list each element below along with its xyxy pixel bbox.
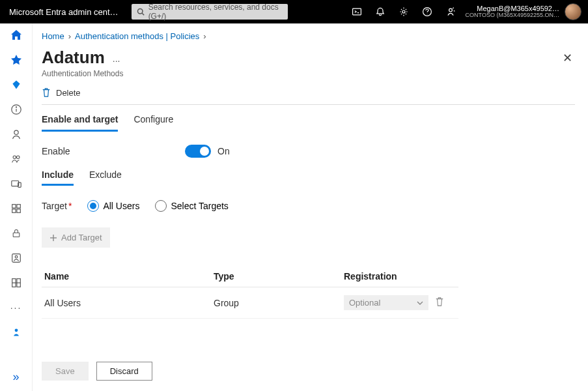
chevron-right-icon: › bbox=[68, 31, 71, 41]
enable-state: On bbox=[217, 146, 230, 156]
svg-point-24 bbox=[14, 328, 18, 332]
add-target-button: Add Target bbox=[42, 227, 110, 248]
settings-icon[interactable] bbox=[398, 6, 410, 18]
svg-point-11 bbox=[16, 156, 20, 159]
radio-select-targets-label: Select Targets bbox=[171, 201, 228, 211]
svg-point-3 bbox=[402, 10, 405, 13]
breadcrumb-path[interactable]: Authentication methods | Policies bbox=[75, 31, 199, 41]
account-email: MeganB@M365x49592… bbox=[466, 5, 559, 12]
account-tenant: CONTOSO (M365X49592255.ON… bbox=[466, 12, 559, 19]
tab-configure[interactable]: Configure bbox=[133, 114, 173, 132]
svg-rect-15 bbox=[16, 205, 20, 208]
radio-select-targets[interactable]: Select Targets bbox=[155, 200, 228, 212]
brand-label: Microsoft Entra admin cent… bbox=[0, 7, 128, 17]
close-icon[interactable]: ✕ bbox=[560, 48, 575, 68]
rail-diamond-icon[interactable] bbox=[8, 77, 24, 93]
required-asterisk: * bbox=[68, 201, 72, 211]
row-delete-button[interactable] bbox=[432, 287, 458, 319]
global-search[interactable]: Search resources, services, and docs (G+… bbox=[132, 4, 288, 20]
search-placeholder: Search resources, services, and docs (G+… bbox=[148, 3, 283, 21]
radio-all-users-label: All Users bbox=[103, 201, 139, 211]
svg-point-5 bbox=[449, 8, 452, 12]
rail-info-icon[interactable] bbox=[8, 102, 24, 117]
enable-toggle[interactable] bbox=[185, 145, 211, 158]
svg-point-0 bbox=[137, 9, 143, 14]
cell-type: Group bbox=[211, 287, 341, 319]
rail-lock-icon[interactable] bbox=[8, 225, 24, 241]
tab-include[interactable]: Include bbox=[42, 169, 74, 186]
rail-user-icon[interactable] bbox=[8, 126, 24, 142]
targets-table: Name Type Registration All Users Group O… bbox=[42, 266, 458, 319]
registration-value: Optional bbox=[349, 298, 380, 308]
add-target-label: Add Target bbox=[61, 233, 102, 242]
svg-point-20 bbox=[15, 255, 18, 258]
rail-learn-icon[interactable] bbox=[8, 325, 24, 340]
account-block[interactable]: MeganB@M365x49592… CONTOSO (M365X4959225… bbox=[466, 3, 588, 20]
rail-expand-icon[interactable]: » bbox=[8, 369, 24, 384]
top-bar: Microsoft Entra admin cent… Search resou… bbox=[0, 0, 588, 23]
svg-rect-18 bbox=[13, 233, 20, 237]
save-button[interactable]: Save bbox=[42, 362, 89, 381]
radio-all-users[interactable]: All Users bbox=[87, 200, 139, 212]
svg-line-1 bbox=[142, 13, 144, 15]
rail-groups-icon[interactable] bbox=[8, 151, 24, 167]
breadcrumb-home[interactable]: Home bbox=[42, 31, 64, 41]
col-registration: Registration bbox=[341, 266, 432, 287]
registration-select[interactable]: Optional bbox=[344, 295, 428, 310]
svg-rect-16 bbox=[12, 209, 15, 212]
avatar[interactable] bbox=[565, 3, 581, 20]
col-type: Type bbox=[211, 266, 341, 287]
trash-icon bbox=[435, 297, 444, 307]
rail-apps-icon[interactable] bbox=[8, 201, 24, 216]
svg-rect-17 bbox=[16, 209, 20, 212]
plus-icon bbox=[49, 234, 57, 242]
rail-devices-icon[interactable] bbox=[8, 176, 24, 192]
cloud-shell-icon[interactable] bbox=[351, 6, 363, 18]
search-icon bbox=[137, 8, 145, 16]
target-label: Target bbox=[42, 201, 67, 211]
left-rail: ··· » bbox=[0, 23, 33, 391]
trash-icon bbox=[42, 87, 51, 98]
tab-enable-and-target[interactable]: Enable and target bbox=[42, 114, 118, 132]
rail-favorites-icon[interactable] bbox=[8, 52, 24, 68]
notifications-icon[interactable] bbox=[374, 6, 386, 18]
rail-identity-governance-icon[interactable] bbox=[8, 250, 24, 266]
page-subtitle: Authentication Methods bbox=[42, 69, 575, 78]
delete-label: Delete bbox=[56, 88, 81, 98]
chevron-right-icon: › bbox=[203, 31, 206, 41]
col-name: Name bbox=[42, 266, 211, 287]
page-title: Adatum bbox=[42, 48, 105, 68]
svg-point-10 bbox=[13, 156, 16, 159]
rail-more-icon[interactable]: ··· bbox=[8, 300, 24, 315]
table-row[interactable]: All Users Group Optional bbox=[42, 287, 458, 319]
delete-button[interactable]: Delete bbox=[42, 87, 575, 105]
svg-rect-12 bbox=[11, 181, 18, 186]
discard-button[interactable]: Discard bbox=[96, 362, 152, 381]
svg-point-8 bbox=[16, 107, 16, 108]
chevron-down-icon bbox=[417, 300, 423, 306]
main-content: Home › Authentication methods | Policies… bbox=[33, 23, 588, 391]
rail-home-icon[interactable] bbox=[8, 27, 24, 43]
feedback-icon[interactable] bbox=[445, 6, 456, 18]
tab-exclude[interactable]: Exclude bbox=[89, 169, 122, 186]
svg-rect-14 bbox=[12, 205, 15, 208]
more-actions-icon[interactable]: ··· bbox=[113, 55, 120, 66]
enable-label: Enable bbox=[42, 146, 185, 156]
rail-external-identities-icon[interactable] bbox=[8, 275, 24, 291]
help-icon[interactable] bbox=[421, 6, 433, 18]
top-icons bbox=[342, 6, 466, 18]
cell-name: All Users bbox=[42, 287, 211, 319]
breadcrumb: Home › Authentication methods | Policies… bbox=[42, 31, 575, 41]
svg-point-9 bbox=[14, 130, 18, 134]
